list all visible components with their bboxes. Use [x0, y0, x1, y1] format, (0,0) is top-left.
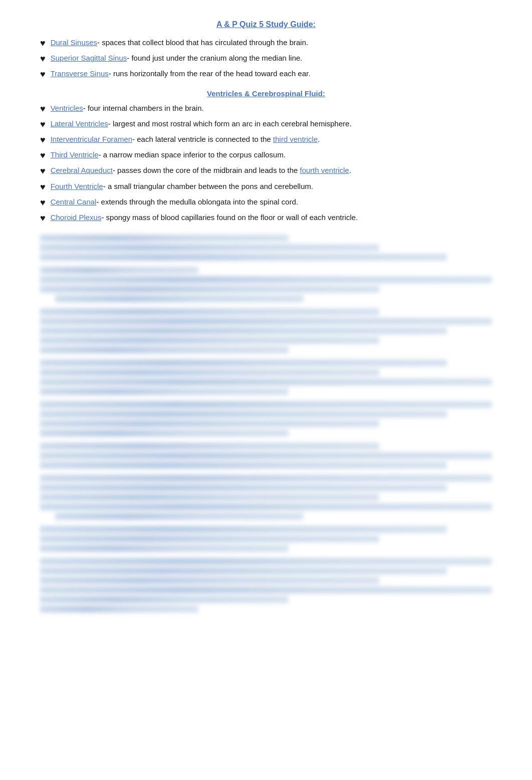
list-item: ♥ Choroid Plexus- spongy mass of blood c…	[40, 212, 492, 225]
list-item: ♥ Lateral Ventricles- largest and most r…	[40, 118, 492, 131]
item-text: Superior Sagittal Sinus- found just unde…	[51, 53, 303, 64]
item-text: Fourth Ventricle- a small triangular cha…	[51, 181, 313, 192]
item-text: Cerebral Aqueduct- passes down the core …	[51, 165, 351, 176]
term-interventricular-foramen: Interventricular Foramen	[51, 135, 132, 143]
term-transverse-sinus: Transverse Sinus	[51, 69, 109, 78]
page-title: A & P Quiz 5 Study Guide:	[40, 20, 492, 29]
term-fourth-ventricle-inline: fourth ventricle	[300, 166, 349, 174]
bullet-icon: ♥	[40, 118, 46, 131]
term-cerebral-aqueduct: Cerebral Aqueduct	[51, 166, 113, 174]
item-text: Interventricular Foramen- each lateral v…	[51, 134, 320, 145]
bullet-icon: ♥	[40, 212, 46, 225]
list-item: ♥ Superior Sagittal Sinus- found just un…	[40, 53, 492, 65]
bullet-icon: ♥	[40, 103, 46, 115]
dural-sinuses-list: ♥ Dural Sinuses- spaces that collect blo…	[40, 37, 492, 81]
term-third-ventricle: Third Ventricle	[51, 150, 99, 159]
term-superior-sagittal: Superior Sagittal Sinus	[51, 54, 127, 62]
bullet-icon: ♥	[40, 68, 46, 81]
list-item: ♥ Third Ventricle- a narrow median space…	[40, 149, 492, 162]
term-third-ventricle-inline: third ventricle	[273, 135, 318, 143]
list-item: ♥ Cerebral Aqueduct- passes down the cor…	[40, 165, 492, 177]
page-container: A & P Quiz 5 Study Guide: ♥ Dural Sinuse…	[40, 20, 492, 613]
item-text: Central Canal- extends through the medul…	[51, 197, 299, 208]
list-item: ♥ Interventricular Foramen- each lateral…	[40, 134, 492, 146]
ventricles-list: ♥ Ventricles- four internal chambers in …	[40, 103, 492, 225]
section2-title: Ventricles & Cerebrospinal Fluid:	[40, 89, 492, 98]
item-text: Dural Sinuses- spaces that collect blood…	[51, 37, 308, 48]
blurred-content	[40, 235, 492, 613]
term-choroid-plexus: Choroid Plexus	[51, 213, 102, 222]
term-ventricles: Ventricles	[51, 104, 83, 112]
term-central-canal: Central Canal	[51, 198, 97, 206]
list-item: ♥ Central Canal- extends through the med…	[40, 197, 492, 209]
term-lateral-ventricles: Lateral Ventricles	[51, 119, 108, 128]
term-dural-sinuses: Dural Sinuses	[51, 38, 97, 47]
bullet-icon: ♥	[40, 134, 46, 146]
item-text: Transverse Sinus- runs horizontally from…	[51, 68, 311, 79]
bullet-icon: ♥	[40, 53, 46, 65]
item-text: Third Ventricle- a narrow median space i…	[51, 149, 286, 160]
list-item: ♥ Fourth Ventricle- a small triangular c…	[40, 181, 492, 193]
item-text: Lateral Ventricles- largest and most ros…	[51, 118, 352, 129]
item-text: Ventricles- four internal chambers in th…	[51, 103, 204, 114]
list-item: ♥ Ventricles- four internal chambers in …	[40, 103, 492, 115]
bullet-icon: ♥	[40, 197, 46, 209]
list-item: ♥ Transverse Sinus- runs horizontally fr…	[40, 68, 492, 81]
bullet-icon: ♥	[40, 149, 46, 162]
list-item: ♥ Dural Sinuses- spaces that collect blo…	[40, 37, 492, 50]
item-text: Choroid Plexus- spongy mass of blood cap…	[51, 212, 358, 223]
bullet-icon: ♥	[40, 165, 46, 177]
bullet-icon: ♥	[40, 181, 46, 193]
term-fourth-ventricle: Fourth Ventricle	[51, 182, 103, 190]
bullet-icon: ♥	[40, 37, 46, 50]
